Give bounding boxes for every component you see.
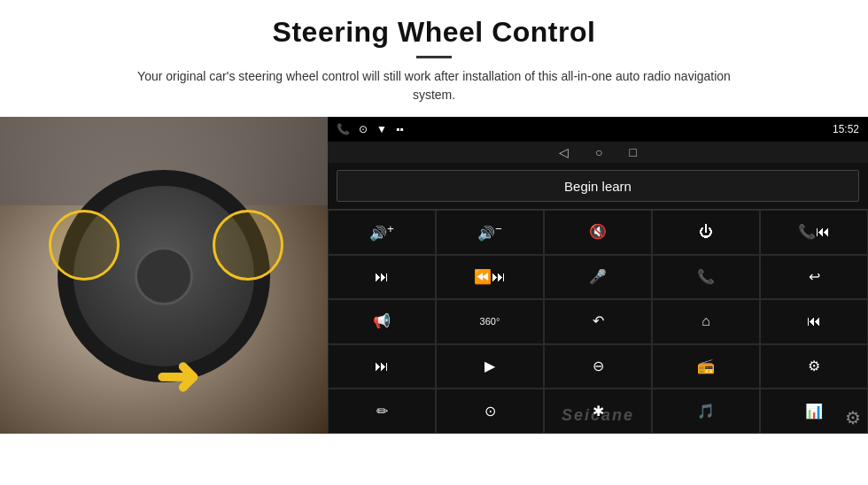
location-status-icon: ⊙ (359, 123, 368, 135)
wifi-status-icon: ▼ (376, 123, 387, 135)
home-nav-button[interactable]: ⌂ (652, 299, 760, 344)
speaker-icon: 📢 (373, 314, 391, 328)
music-icon: 🎵 (697, 404, 715, 419)
eject-button[interactable]: ⊖ (544, 344, 652, 389)
settings-circle-button[interactable]: ⊙ (436, 389, 544, 434)
camera-360-button[interactable]: 360° (436, 299, 544, 344)
fast-forward-icon: ⏭ (375, 359, 389, 373)
seek-button[interactable]: ⏪⏭ (436, 255, 544, 300)
controls-wrapper: 🔊+ 🔊− 🔇 ⏻ 📞⏮ ⏭ (328, 209, 868, 434)
rewind-icon: ⏮ (807, 314, 821, 328)
next-track-icon: ⏭ (375, 270, 389, 284)
content-area: ➜ 📞 ⊙ ▼ ▪▪ 15:52 ◁ ○ □ (0, 117, 868, 485)
yellow-circle-left (49, 210, 120, 281)
title-divider (416, 56, 452, 58)
mute-button[interactable]: 🔇 (544, 210, 652, 255)
controls-grid: 🔊+ 🔊− 🔇 ⏻ 📞⏮ ⏭ (328, 209, 868, 434)
edit-button[interactable]: ✏ (328, 389, 436, 434)
status-left: 📞 ⊙ ▼ ▪▪ (337, 123, 403, 135)
equalizer-icon: ⚙ (808, 359, 820, 373)
speaker-button[interactable]: 📢 (328, 299, 436, 344)
recents-button[interactable]: □ (630, 145, 637, 159)
vol-up-button[interactable]: 🔊+ (328, 210, 436, 255)
call-prev-button[interactable]: 📞⏮ (760, 210, 868, 255)
vol-up-icon: 🔊+ (369, 223, 394, 241)
home-button[interactable]: ○ (595, 145, 602, 159)
camera-360-icon: 360° (480, 317, 500, 327)
radio-icon: 📻 (697, 359, 715, 373)
yellow-circle-right (213, 210, 283, 281)
android-panel: 📞 ⊙ ▼ ▪▪ 15:52 ◁ ○ □ Begin learn (328, 117, 868, 434)
power-button[interactable]: ⏻ (652, 210, 760, 255)
watermark: Seicane (562, 406, 634, 425)
back-button[interactable]: ◁ (559, 145, 569, 159)
home-nav-icon: ⌂ (701, 314, 710, 328)
header-section: Steering Wheel Control Your original car… (0, 0, 868, 112)
music-button[interactable]: 🎵 (652, 389, 760, 434)
mic-icon: 🎤 (589, 270, 607, 284)
hang-up-button[interactable]: ↩ (760, 255, 868, 300)
eject-icon: ⊖ (593, 359, 604, 373)
hang-up-icon: ↩ (809, 270, 820, 284)
status-right: 15:52 (833, 123, 859, 135)
nav-buttons: ◁ ○ □ (328, 142, 868, 163)
begin-learn-row: Begin learn (328, 163, 868, 209)
edit-icon: ✏ (376, 404, 388, 419)
next-track-button[interactable]: ⏭ (328, 255, 436, 300)
settings-circle-icon: ⊙ (484, 404, 496, 419)
mic-button[interactable]: 🎤 (544, 255, 652, 300)
call-prev-icon: 📞⏮ (798, 225, 830, 239)
call-icon: 📞 (697, 270, 715, 284)
steering-image: ➜ (0, 117, 328, 434)
levels-icon: 📊 (805, 404, 823, 419)
call-button[interactable]: 📞 (652, 255, 760, 300)
nav-arrow-button[interactable]: ▶ (436, 344, 544, 389)
back-nav-icon: ↶ (593, 314, 604, 328)
vol-down-button[interactable]: 🔊− (436, 210, 544, 255)
power-icon: ⏻ (699, 225, 713, 239)
fast-forward-button[interactable]: ⏭ (328, 344, 436, 389)
status-time: 15:52 (833, 123, 859, 135)
nav-arrow-icon: ▶ (484, 359, 495, 373)
phone-status-icon: 📞 (337, 123, 350, 135)
vol-down-icon: 🔊− (477, 223, 502, 241)
yellow-arrow: ➜ (155, 345, 199, 407)
page-container: Steering Wheel Control Your original car… (0, 0, 868, 485)
mute-icon: 🔇 (589, 225, 607, 239)
equalizer-button[interactable]: ⚙ (760, 344, 868, 389)
status-bar: 📞 ⊙ ▼ ▪▪ 15:52 (328, 117, 868, 142)
begin-learn-button[interactable]: Begin learn (337, 170, 859, 202)
subtitle: Your original car's steering wheel contr… (133, 67, 735, 104)
signal-status-icon: ▪▪ (396, 123, 404, 135)
rewind-button[interactable]: ⏮ (760, 299, 868, 344)
radio-button[interactable]: 📻 (652, 344, 760, 389)
page-title: Steering Wheel Control (53, 16, 815, 49)
seek-icon: ⏪⏭ (474, 270, 506, 284)
back-nav-button[interactable]: ↶ (544, 299, 652, 344)
gear-icon[interactable]: ⚙ (845, 407, 861, 428)
